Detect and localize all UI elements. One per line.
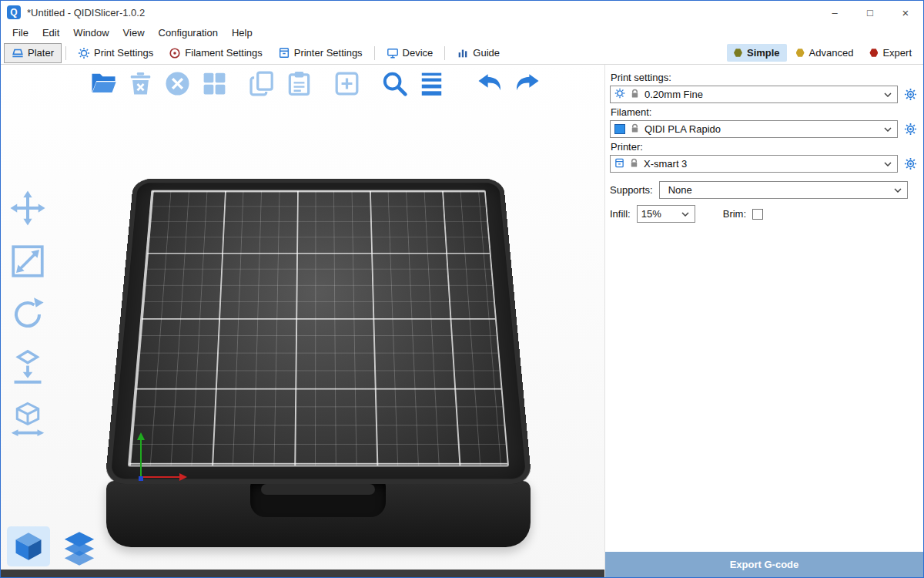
menu-file[interactable]: File [5,25,35,41]
scale-icon [8,242,47,281]
main-area: Print settings: 0.20mm Fine Filament: QI… [1,65,923,577]
filament-gear-button[interactable] [903,123,917,136]
app-logo-icon: Q [7,5,21,19]
menu-help[interactable]: Help [225,25,259,41]
simple-mode-icon [734,49,742,57]
tab-guide[interactable]: Guide [449,43,507,63]
arrange-grid-icon [200,69,229,98]
brim-label: Brim: [723,208,746,220]
place-on-face-button[interactable] [5,346,50,389]
delete-button[interactable] [124,67,156,99]
redo-button[interactable] [511,67,543,99]
trash-icon [126,69,155,98]
measure-icon [8,402,47,440]
printer-combo[interactable]: X-smart 3 [610,155,898,173]
search-icon [380,69,409,98]
axis-indicator [133,427,195,486]
delete-all-button[interactable] [161,67,193,99]
menu-edit[interactable]: Edit [35,25,66,41]
filament-value: QIDI PLA Rapido [644,123,879,135]
menu-bar: File Edit Window View Configuration Help [1,24,923,42]
viewport-toolbar [87,67,543,99]
mode-advanced[interactable]: Advanced [789,44,861,62]
tab-printer-settings[interactable]: Printer Settings [270,43,370,63]
open-button[interactable] [87,67,119,99]
tab-bar: Plater Print Settings Filament Settings … [1,42,923,65]
menu-configuration[interactable]: Configuration [152,25,225,41]
lock-icon [630,123,640,136]
undo-arrow-icon [476,69,504,98]
tab-print-settings[interactable]: Print Settings [70,43,161,63]
print-settings-value: 0.20mm Fine [644,89,879,100]
split-button[interactable] [330,67,363,99]
redo-arrow-icon [513,69,541,98]
supports-combo[interactable]: None [659,181,908,199]
settings-sidebar: Print settings: 0.20mm Fine Filament: QI… [604,65,923,577]
tab-separator [374,46,375,60]
app-window: Q *Untitled - QIDISlicer-1.0.2 – □ × Fil… [0,0,924,578]
layer-lines-icon [417,69,446,98]
tab-plater[interactable]: Plater [4,43,62,63]
monitor-icon [387,47,399,59]
search-button[interactable] [378,67,410,99]
scale-button[interactable] [5,240,50,283]
view-switcher [7,526,96,566]
paste-icon [285,69,313,98]
print-settings-gear-button[interactable] [903,88,917,101]
guide-bars-icon [457,47,469,59]
plater-icon [12,47,24,59]
window-controls: – □ × [817,1,923,24]
maximize-button[interactable]: □ [852,1,888,24]
copy-icon [248,69,276,98]
circle-x-icon [163,69,192,98]
printer-value: X-smart 3 [644,158,879,170]
variable-layer-height-button[interactable] [415,67,447,99]
chevron-down-icon [884,162,892,166]
menu-window[interactable]: Window [66,25,116,41]
rotate-button[interactable] [5,293,50,336]
chevron-down-icon [894,188,902,193]
z-axis-dot [139,476,143,481]
undo-button[interactable] [474,67,506,99]
filament-label: Filament: [611,106,917,118]
preview-view-button[interactable] [62,531,96,566]
lock-icon [630,88,640,102]
minimize-button[interactable]: – [817,1,852,24]
export-gcode-button[interactable]: Export G-code [605,552,923,577]
x-axis-arrow [142,476,181,478]
editor-view-button[interactable] [7,526,50,566]
title-bar: Q *Untitled - QIDISlicer-1.0.2 – □ × [1,1,923,24]
measure-button[interactable] [5,399,50,442]
mode-selector: Simple Advanced Expert [727,44,919,62]
gear-icon [614,88,625,102]
close-button[interactable]: × [888,1,923,24]
lock-icon [629,157,639,171]
object-toolbar [5,187,50,442]
print-settings-combo[interactable]: 0.20mm Fine [610,86,898,103]
arrange-button[interactable] [198,67,230,99]
tab-filament-settings[interactable]: Filament Settings [161,43,270,63]
filament-combo[interactable]: QIDI PLA Rapido [610,120,898,138]
printer-icon [278,47,290,59]
print-bed-handle [250,479,386,517]
tab-device[interactable]: Device [379,43,441,63]
mode-expert[interactable]: Expert [862,44,919,62]
menu-view[interactable]: View [116,25,152,41]
copy-button[interactable] [246,67,278,99]
chevron-down-icon [884,127,892,132]
chevron-down-icon [884,92,892,97]
layers-icon [62,531,96,566]
print-bed-grid [128,190,509,467]
window-title: *Untitled - QIDISlicer-1.0.2 [27,7,817,18]
tab-separator [444,46,445,60]
infill-combo[interactable]: 15% [637,205,695,223]
folder-open-icon [89,69,118,98]
brim-checkbox[interactable] [752,209,763,220]
move-button[interactable] [5,187,50,230]
print-bed-grip [261,484,375,495]
printer-gear-button[interactable] [903,157,917,170]
3d-viewport[interactable] [1,65,604,577]
mode-simple[interactable]: Simple [727,44,787,62]
paste-button[interactable] [283,67,315,99]
split-plus-icon [333,69,361,98]
